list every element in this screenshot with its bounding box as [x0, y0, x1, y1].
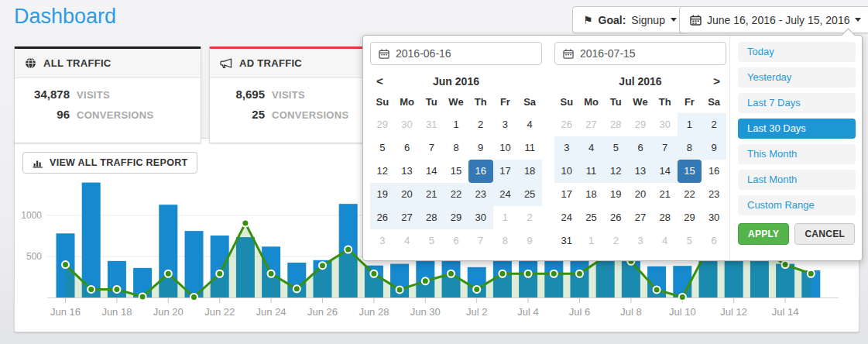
conversions-point[interactable] — [448, 270, 455, 277]
calendar-day[interactable]: 3 — [628, 229, 653, 253]
range-option-custom-range[interactable]: Custom Range — [738, 195, 856, 215]
calendar-day[interactable]: 23 — [468, 183, 493, 206]
conversions-point[interactable] — [654, 286, 660, 293]
conversions-point[interactable] — [319, 262, 326, 269]
chevron-left-icon[interactable]: < — [372, 71, 388, 91]
calendar-day[interactable]: 2 — [468, 113, 493, 136]
conversions-point[interactable] — [345, 246, 352, 253]
calendar-day[interactable]: 27 — [395, 206, 420, 229]
conversions-point[interactable] — [165, 270, 172, 277]
start-date-input[interactable]: 2016-06-16 — [370, 42, 542, 65]
calendar-day[interactable]: 21 — [653, 183, 678, 206]
calendar-day[interactable]: 7 — [653, 136, 678, 160]
calendar-day[interactable]: 2 — [603, 229, 628, 253]
calendar-day[interactable]: 13 — [628, 160, 653, 183]
calendar-day[interactable]: 9 — [517, 229, 542, 253]
calendar-day[interactable]: 1 — [678, 113, 702, 136]
conversions-point[interactable] — [473, 286, 480, 293]
calendar-day[interactable]: 28 — [419, 206, 444, 229]
conversions-point[interactable] — [87, 286, 94, 293]
conversions-point[interactable] — [396, 286, 403, 293]
calendar-day[interactable]: 29 — [370, 113, 395, 136]
conversions-point[interactable] — [293, 285, 300, 292]
calendar-day[interactable]: 8 — [493, 229, 518, 253]
conversions-point[interactable] — [268, 270, 275, 277]
calendar-day[interactable]: 31 — [419, 113, 444, 136]
chevron-right-icon[interactable]: > — [708, 71, 725, 91]
calendar-day[interactable]: 6 — [702, 229, 726, 253]
calendar-day[interactable]: 6 — [444, 229, 468, 253]
date-range-button[interactable]: June 16, 2016 - July 15, 2016 — [679, 6, 868, 33]
calendar-day[interactable]: 3 — [370, 229, 395, 253]
calendar-day[interactable]: 5 — [419, 229, 444, 253]
calendar-day[interactable]: 13 — [395, 160, 420, 183]
calendar-day[interactable]: 9 — [468, 136, 493, 160]
calendar-day[interactable]: 5 — [603, 136, 628, 160]
calendar-day[interactable]: 4 — [517, 113, 542, 136]
calendar-day[interactable]: 5 — [678, 229, 702, 253]
calendar-day[interactable]: 30 — [653, 113, 678, 136]
calendar-day[interactable]: 10 — [554, 160, 579, 183]
apply-button[interactable]: APPLY — [738, 223, 789, 245]
calendar-day[interactable]: 29 — [628, 113, 653, 136]
calendar-day[interactable]: 25 — [579, 206, 604, 229]
calendar-day[interactable]: 26 — [370, 206, 395, 229]
conversions-point[interactable] — [525, 270, 532, 277]
calendar-day[interactable]: 2 — [517, 206, 542, 229]
calendar-day[interactable]: 14 — [653, 160, 678, 183]
calendar-day[interactable]: 28 — [603, 113, 628, 136]
calendar-day[interactable]: 22 — [444, 183, 468, 206]
calendar-day[interactable]: 14 — [419, 160, 444, 183]
calendar-day[interactable]: 9 — [702, 136, 726, 160]
conversions-point[interactable] — [139, 293, 146, 300]
conversions-point[interactable] — [808, 270, 815, 277]
end-date-input[interactable]: 2016-07-15 — [554, 42, 726, 65]
conversions-point[interactable] — [113, 286, 120, 293]
calendar-day[interactable]: 3 — [554, 136, 579, 160]
calendar-day[interactable]: 21 — [419, 183, 444, 206]
conversions-point[interactable] — [551, 270, 558, 277]
calendar-day[interactable]: 30 — [395, 113, 420, 136]
calendar-day[interactable]: 5 — [370, 136, 395, 160]
calendar-day[interactable]: 11 — [579, 160, 604, 183]
cancel-button[interactable]: CANCEL — [794, 223, 855, 245]
calendar-day[interactable]: 29 — [678, 206, 702, 229]
calendar-day[interactable]: 4 — [579, 136, 604, 160]
calendar-day[interactable]: 16 — [468, 160, 493, 183]
calendar-day[interactable]: 20 — [628, 183, 653, 206]
calendar-day[interactable]: 23 — [702, 183, 726, 206]
calendar-day[interactable]: 26 — [554, 113, 579, 136]
conversions-point[interactable] — [422, 277, 429, 284]
range-option-this-month[interactable]: This Month — [738, 144, 856, 164]
calendar-day[interactable]: 7 — [468, 229, 493, 253]
calendar-day[interactable]: 20 — [395, 183, 420, 206]
conversions-point[interactable] — [62, 261, 69, 268]
calendar-day[interactable]: 16 — [702, 160, 726, 183]
range-option-today[interactable]: Today — [738, 42, 856, 62]
calendar-day[interactable]: 18 — [517, 160, 542, 183]
calendar-day[interactable]: 1 — [579, 229, 604, 253]
calendar-day[interactable]: 22 — [678, 183, 702, 206]
conversions-point[interactable] — [576, 270, 583, 277]
visits-bar[interactable] — [185, 231, 204, 298]
calendar-day[interactable]: 19 — [603, 183, 628, 206]
calendar-day[interactable]: 12 — [370, 160, 395, 183]
calendar-day[interactable]: 17 — [493, 160, 518, 183]
calendar-day[interactable]: 17 — [554, 183, 579, 206]
calendar-day[interactable]: 8 — [444, 136, 468, 160]
calendar-day[interactable]: 10 — [493, 136, 518, 160]
calendar-day[interactable]: 24 — [493, 183, 518, 206]
calendar-day[interactable]: 25 — [517, 183, 542, 206]
calendar-day[interactable]: 1 — [493, 206, 518, 229]
range-option-last-30-days[interactable]: Last 30 Days — [738, 119, 856, 139]
calendar-day[interactable]: 27 — [579, 113, 604, 136]
conversions-point[interactable] — [679, 294, 686, 301]
calendar-day[interactable]: 8 — [678, 136, 702, 160]
range-option-yesterday[interactable]: Yesterday — [738, 67, 856, 88]
conversions-point[interactable] — [782, 261, 789, 268]
calendar-day[interactable]: 2 — [702, 113, 726, 136]
calendar-day[interactable]: 29 — [444, 206, 468, 229]
calendar-day[interactable]: 11 — [517, 136, 542, 160]
conversions-point[interactable] — [190, 294, 197, 301]
conversions-point[interactable] — [499, 270, 506, 277]
